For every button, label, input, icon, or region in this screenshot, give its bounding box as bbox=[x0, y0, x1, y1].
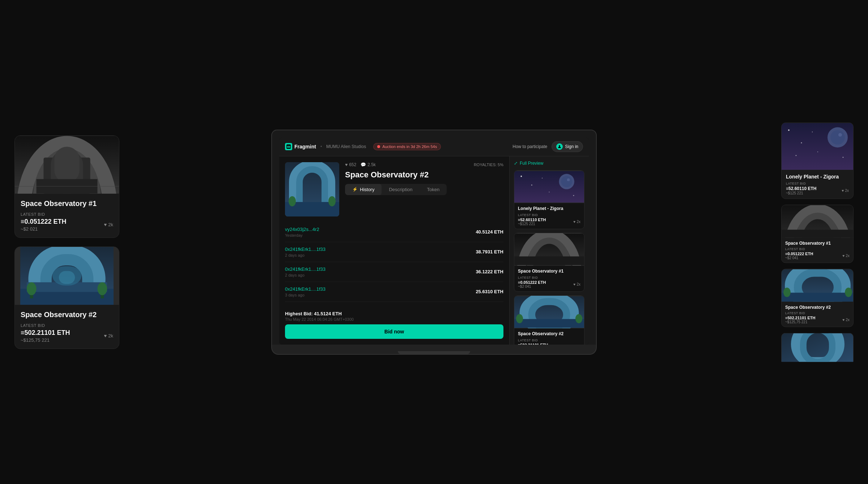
laptop: Fragmint • MUMU Alien Studios Auction en… bbox=[271, 130, 597, 355]
svg-point-46 bbox=[516, 314, 523, 323]
sidebar-space-obs-1-likes: ♥ 2x bbox=[574, 282, 581, 286]
bid-address-3[interactable]: 0x241fkErk1....1f33 bbox=[285, 286, 326, 292]
artwork-thumbnail bbox=[285, 162, 339, 216]
bid-info-0: vy24x03j2s...4r2 Yesterday bbox=[285, 227, 319, 237]
right-lonely-planet-title: Lonely Planet - Zigora bbox=[786, 173, 849, 179]
right-space-obs-1-bid-row: ≡0.051222 ETH ~$2 041 ♥ 2x bbox=[785, 251, 850, 260]
svg-point-47 bbox=[575, 314, 582, 323]
svg-point-51 bbox=[838, 133, 842, 136]
heart-icon: ♥ bbox=[104, 222, 107, 227]
svg-point-57 bbox=[796, 155, 797, 156]
svg-point-53 bbox=[801, 142, 802, 143]
tab-history[interactable]: ⚡ History bbox=[345, 184, 382, 195]
bid-address-2[interactable]: 0x241fkErk1....1f33 bbox=[285, 266, 326, 272]
card-2-bid-label: LATEST BID bbox=[21, 323, 113, 328]
right-card-space-obs-2-body: Space Observatory #2 LATEST BID ≡502.211… bbox=[782, 302, 853, 327]
sidebar-space-obs-2-title: Space Observatory #2 bbox=[518, 331, 580, 336]
bid-address-1[interactable]: 0x241fkErk1....1f33 bbox=[285, 247, 326, 252]
svg-point-34 bbox=[531, 184, 532, 185]
card-2-bid-usd: ~$125,75 221 bbox=[21, 337, 70, 343]
svg-rect-29 bbox=[514, 171, 584, 202]
card-2-title: Space Observatory #2 bbox=[21, 311, 113, 319]
tab-token[interactable]: Token bbox=[420, 184, 447, 195]
bid-address-0[interactable]: vy24x03j2s...4r2 bbox=[285, 227, 319, 232]
card-2-image bbox=[15, 247, 119, 305]
right-card-space-obs-1-body: Space Observatory #1 LATEST BID ≡0.05122… bbox=[782, 237, 853, 262]
bid-now-button[interactable]: Bid now bbox=[285, 324, 503, 339]
card-1-body: Space Observatory #1 LATEST BID ≡0.05122… bbox=[15, 194, 119, 237]
bid-row-1: 0x241fkErk1....1f33 2 days ago 38.7931 E… bbox=[285, 242, 503, 262]
tab-description[interactable]: Description bbox=[382, 184, 420, 195]
right-space-obs-1-title: Space Observatory #1 bbox=[785, 240, 850, 245]
sidebar-lonely-planet-bid-row: ≡52.60110 ETH ~$125 221 ♥ 2x bbox=[518, 218, 580, 226]
artwork-info: ♥ 652 💬 2.5k ROYALTIES: 5% Spa bbox=[345, 162, 503, 216]
svg-rect-45 bbox=[514, 319, 584, 328]
svg-point-50 bbox=[830, 130, 845, 144]
bid-amount-0: 40.5124 ETH bbox=[476, 229, 503, 235]
bid-row-3: 0x241fkErk1....1f33 3 days ago 25.6310 E… bbox=[285, 282, 503, 302]
svg-point-16 bbox=[27, 282, 37, 295]
left-card-1[interactable]: Space Observatory #1 LATEST BID ≡0.05122… bbox=[14, 135, 119, 238]
app-content: ♥ 652 💬 2.5k ROYALTIES: 5% Spa bbox=[279, 156, 589, 345]
bid-history: vy24x03j2s...4r2 Yesterday 40.5124 ETH 0… bbox=[279, 222, 509, 311]
right-space-obs-1-bid-usd: ~$2 041 bbox=[785, 256, 813, 260]
logo-text: Fragmint bbox=[294, 144, 316, 150]
card-2-bid-eth: ≡502.21101 ETH bbox=[21, 329, 70, 337]
main-panel: ♥ 652 💬 2.5k ROYALTIES: 5% Spa bbox=[279, 156, 509, 345]
card-2-body: Space Observatory #2 LATEST BID ≡502.211… bbox=[15, 305, 119, 349]
app-logo: Fragmint bbox=[285, 143, 316, 150]
right-card-lonely-planet[interactable]: Lonely Planet - Zigora LATEST BID ≡52.60… bbox=[781, 122, 854, 199]
laptop-screen: Fragmint • MUMU Alien Studios Auction en… bbox=[279, 138, 589, 345]
right-card-space-obs-2[interactable]: Space Observatory #2 LATEST BID ≡502.211… bbox=[781, 269, 854, 327]
scene: Space Observatory #1 LATEST BID ≡0.05122… bbox=[0, 0, 868, 484]
sign-in-icon bbox=[556, 143, 563, 150]
svg-rect-5 bbox=[54, 147, 80, 182]
royalties-badge: ROYALTIES: 5% bbox=[474, 163, 503, 167]
laptop-base bbox=[271, 345, 597, 355]
tabs-row: ⚡ History Description Token bbox=[345, 184, 447, 195]
laptop-screen-container: Fragmint • MUMU Alien Studios Auction en… bbox=[271, 130, 597, 345]
bid-info-1: 0x241fkErk1....1f33 2 days ago bbox=[285, 247, 326, 257]
left-card-2[interactable]: Space Observatory #2 LATEST BID ≡502.211… bbox=[14, 247, 119, 349]
svg-point-36 bbox=[573, 195, 574, 196]
right-space-obs-1-bid-eth: ≡0.051222 ETH bbox=[785, 251, 813, 256]
svg-point-27 bbox=[289, 196, 296, 206]
svg-rect-65 bbox=[782, 292, 853, 302]
sidebar-card-space-obs-1[interactable]: Space Observatory #1 LATEST BID ≡0.05122… bbox=[514, 233, 584, 292]
highest-bid-text: Highest Bid: 41.5124 ETH bbox=[285, 311, 503, 316]
sidebar-card-lonely-planet-body: Lonely Planet - Zigora LATEST BID ≡52.60… bbox=[514, 203, 584, 229]
right-card-partial bbox=[781, 333, 854, 362]
heart-icon-r1: ♥ bbox=[842, 188, 844, 192]
sidebar-lonely-planet-likes: ♥ 2x bbox=[574, 220, 581, 224]
right-space-obs-2-bid-row: ≡502.21101 ETH ~$125,75 221 ♥ 2x bbox=[785, 315, 850, 324]
svg-rect-20 bbox=[287, 146, 290, 147]
sidebar-card-space-obs-1-image bbox=[514, 233, 584, 266]
right-space-obs-1-likes: ♥ 2x bbox=[843, 253, 850, 257]
right-lonely-planet-likes: ♥ 2x bbox=[842, 188, 849, 192]
sidebar-space-obs-1-bid-usd: ~$2 041 bbox=[518, 285, 546, 289]
right-card-space-obs-1[interactable]: Space Observatory #1 LATEST BID ≡0.05122… bbox=[781, 205, 854, 263]
sidebar-card-lonely-planet[interactable]: Lonely Planet - Zigora LATEST BID ≡52.60… bbox=[514, 170, 584, 229]
bid-info-3: 0x241fkErk1....1f33 3 days ago bbox=[285, 286, 326, 297]
right-cards: Lonely Planet - Zigora LATEST BID ≡52.60… bbox=[781, 122, 854, 362]
right-lonely-planet-bid-eth: ≡52.60110 ETH bbox=[786, 186, 816, 191]
right-space-obs-2-bid-usd: ~$125,75 221 bbox=[785, 320, 815, 324]
sidebar-space-obs-2-bid-eth: ≡502.21101 ETH bbox=[518, 343, 548, 345]
sidebar-card-space-obs-2[interactable]: Space Observatory #2 LATEST BID ≡502.211… bbox=[514, 295, 584, 345]
full-preview-button[interactable]: ⤢ Full Preview bbox=[514, 161, 543, 166]
heart-stat-icon: ♥ bbox=[345, 162, 348, 167]
bid-time-2: 2 days ago bbox=[285, 273, 326, 277]
svg-point-52 bbox=[788, 129, 790, 131]
svg-rect-41 bbox=[514, 256, 584, 265]
how-to-button[interactable]: How to participate bbox=[512, 144, 547, 149]
bid-info-2: 0x241fkErk1....1f33 2 days ago bbox=[285, 266, 326, 277]
card-1-likes: ♥ 2k bbox=[104, 222, 113, 227]
svg-point-28 bbox=[328, 196, 336, 206]
lightning-icon: ⚡ bbox=[352, 187, 358, 192]
svg-point-33 bbox=[520, 176, 522, 177]
card-2-likes: ♥ 2k bbox=[104, 333, 113, 338]
svg-rect-61 bbox=[782, 230, 853, 237]
sidebar-lonely-planet-title: Lonely Planet - Zigora bbox=[518, 206, 580, 211]
sign-in-button[interactable]: Sign in bbox=[552, 141, 583, 152]
sidebar-space-obs-1-bid-eth: ≡0.051222 ETH bbox=[518, 280, 546, 285]
